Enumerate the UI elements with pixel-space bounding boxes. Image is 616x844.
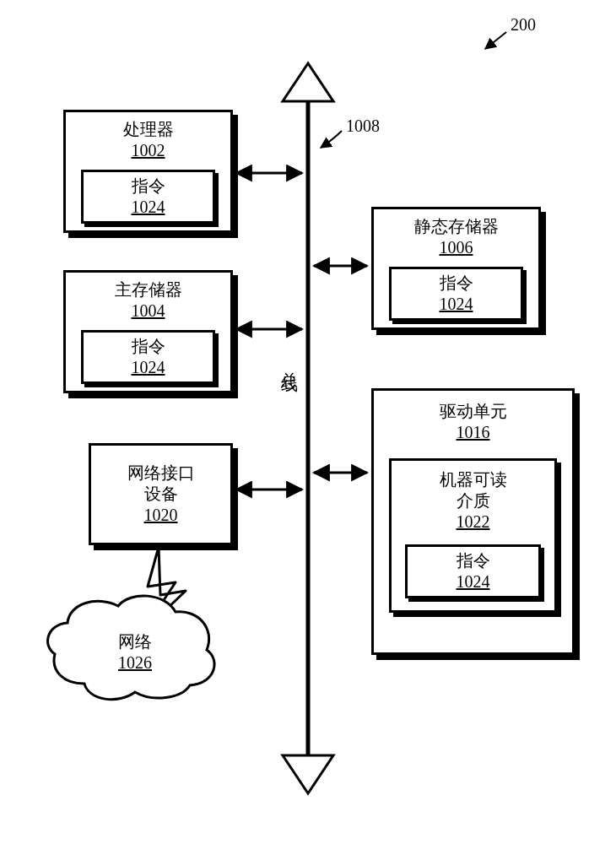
medium-instr-block: 指令 1024 xyxy=(405,544,541,598)
medium-block: 机器可读 介质 1022 指令 1024 xyxy=(389,458,557,613)
processor-instr-block: 指令 1024 xyxy=(81,170,215,224)
svg-marker-2 xyxy=(283,755,333,793)
static-memory-instr-block: 指令 1024 xyxy=(389,267,523,321)
main-memory-num: 1004 xyxy=(66,300,230,322)
netif-block: 网络接口 设备 1020 xyxy=(89,443,233,545)
processor-instr-label: 指令 xyxy=(84,176,213,197)
figure-ref: 200 xyxy=(511,15,536,35)
network-cloud-text: 网络 1026 xyxy=(80,631,190,674)
svg-marker-1 xyxy=(283,63,333,101)
bus-ref: 1008 xyxy=(346,116,380,136)
network-num: 1026 xyxy=(80,652,190,674)
static-memory-label: 静态存储器 xyxy=(374,216,538,237)
processor-block: 处理器 1002 指令 1024 xyxy=(63,110,233,233)
medium-instr-num: 1024 xyxy=(408,571,538,592)
processor-instr-num: 1024 xyxy=(84,197,213,218)
netif-num: 1020 xyxy=(91,505,230,526)
processor-num: 1002 xyxy=(66,140,230,161)
static-memory-instr-num: 1024 xyxy=(392,294,521,315)
static-memory-block: 静态存储器 1006 指令 1024 xyxy=(371,207,541,330)
main-memory-block: 主存储器 1004 指令 1024 xyxy=(63,270,233,393)
network-label: 网络 xyxy=(80,631,190,652)
netif-label-1: 网络接口 xyxy=(91,463,230,484)
medium-num: 1022 xyxy=(392,511,554,533)
drive-num: 1016 xyxy=(374,422,572,443)
main-memory-instr-label: 指令 xyxy=(84,336,213,357)
medium-label-2: 介质 xyxy=(392,490,554,511)
medium-label-1: 机器可读 xyxy=(392,469,554,490)
netif-label-2: 设备 xyxy=(91,484,230,505)
drive-label: 驱动单元 xyxy=(374,401,572,422)
main-memory-instr-num: 1024 xyxy=(84,357,213,378)
static-memory-instr-label: 指令 xyxy=(392,273,521,294)
drive-block: 驱动单元 1016 机器可读 介质 1022 指令 1024 xyxy=(371,388,575,655)
processor-label: 处理器 xyxy=(66,119,230,140)
static-memory-num: 1006 xyxy=(374,237,538,258)
bus-label: 总线 xyxy=(278,359,301,365)
main-memory-label: 主存储器 xyxy=(66,279,230,300)
medium-instr-label: 指令 xyxy=(408,550,538,571)
main-memory-instr-block: 指令 1024 xyxy=(81,330,215,384)
